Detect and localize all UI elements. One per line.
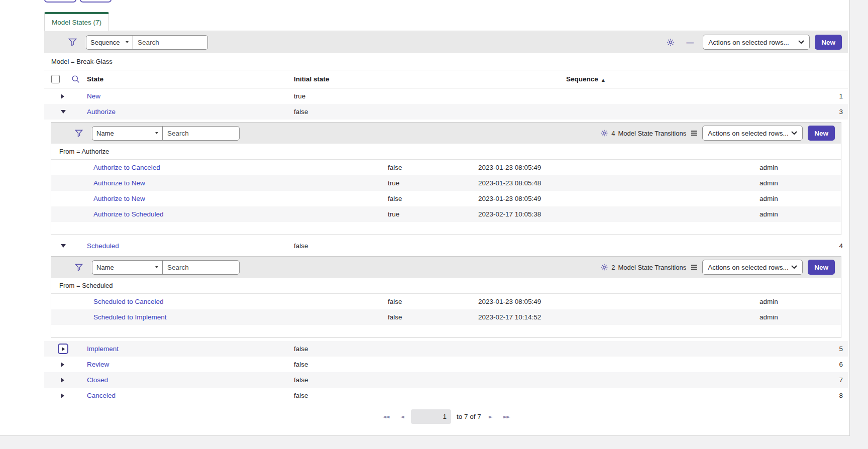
transition-link[interactable]: Scheduled to Implement	[93, 313, 388, 321]
transition-link[interactable]: Scheduled to Canceled	[93, 298, 388, 305]
actions-select-value: Actions on selected rows...	[708, 130, 789, 137]
table-row[interactable]: New true 1	[44, 88, 848, 104]
state-link[interactable]: Authorize	[87, 108, 294, 116]
state-link[interactable]: Implement	[87, 345, 294, 353]
actions-select[interactable]: Actions on selected rows...	[703, 35, 810, 50]
tab-model-states[interactable]: Model States (7)	[44, 12, 109, 31]
nested-toolbar: Name 4 Model State Transitions Actions o…	[51, 123, 841, 144]
table-row[interactable]: Canceled false 8	[44, 388, 848, 403]
updated-value: 2023-02-17 10:05:38	[478, 210, 759, 218]
list-view-icon[interactable]	[691, 131, 697, 136]
pagination-bar: ◄◄ ◄ to 7 of 7 ► ►►	[44, 403, 848, 429]
table-row[interactable]: Implement false 5	[44, 341, 848, 357]
expand-row-icon-focused[interactable]	[58, 344, 68, 354]
page-number-input[interactable]	[411, 409, 451, 424]
search-field-value: Name	[96, 264, 114, 271]
actions-select[interactable]: Actions on selected rows...	[702, 126, 803, 141]
expand-row-icon[interactable]	[61, 393, 64, 398]
table-row[interactable]: Scheduled to Canceled false 2023-01-23 0…	[51, 294, 841, 309]
state-link[interactable]: Scheduled	[87, 242, 294, 250]
breadcrumb[interactable]: Model = Break-Glass	[44, 53, 848, 70]
updated-value: 2023-01-23 08:05:49	[478, 164, 759, 171]
table-row[interactable]: Scheduled false 4	[44, 238, 848, 254]
transition-link[interactable]: Authorize to Canceled	[93, 164, 388, 171]
transition-link[interactable]: Authorize to Scheduled	[93, 210, 388, 218]
table-row[interactable]: Review false 6	[44, 357, 848, 372]
filter-icon[interactable]	[75, 130, 83, 137]
cropped-top-button-1[interactable]	[44, 0, 76, 3]
new-button[interactable]: New	[808, 260, 835, 275]
state-link[interactable]: New	[87, 92, 294, 100]
table-row[interactable]: Authorize to New false 2023-01-23 08:05:…	[51, 191, 841, 206]
initial-state-value: false	[294, 108, 566, 116]
filter-icon[interactable]	[75, 264, 83, 271]
actions-select-value: Actions on selected rows...	[708, 264, 789, 271]
pagination-range: to 7 of 7	[457, 413, 481, 420]
expand-row-icon[interactable]	[61, 94, 64, 99]
select-all-checkbox[interactable]	[51, 75, 60, 83]
sequence-value: 1	[566, 92, 848, 100]
column-header-sequence[interactable]: Sequence▲	[566, 75, 848, 83]
search-combo: Name	[92, 260, 240, 275]
first-page-icon[interactable]: ◄◄	[383, 414, 389, 419]
list-settings-icon[interactable]	[600, 263, 608, 271]
collapse-list-icon[interactable]: —	[686, 39, 694, 46]
active-value: false	[388, 298, 478, 305]
list-view-icon[interactable]	[691, 265, 697, 270]
previous-page-icon[interactable]: ◄	[400, 414, 403, 419]
table-row[interactable]: Authorize false 3	[44, 104, 848, 120]
breadcrumb[interactable]: From = Scheduled	[51, 278, 841, 294]
state-link[interactable]: Canceled	[87, 392, 294, 399]
breadcrumb[interactable]: From = Authorize	[51, 144, 841, 160]
chevron-down-icon	[126, 41, 129, 43]
new-button[interactable]: New	[808, 126, 835, 141]
expand-row-icon[interactable]	[61, 378, 64, 383]
list-settings-icon[interactable]	[600, 129, 608, 137]
list-menu-icon[interactable]	[58, 264, 66, 270]
nested-toolbar: Name 2 Model State Transitions Actions o…	[51, 257, 841, 278]
search-field-select[interactable]: Name	[92, 127, 163, 140]
search-input[interactable]	[163, 127, 239, 140]
column-header-state[interactable]: State	[87, 75, 294, 83]
chevron-down-icon	[155, 266, 158, 268]
updated-value: 2023-01-23 08:05:48	[478, 179, 759, 187]
sequence-value: 6	[566, 361, 848, 368]
updated-by-value: admin	[759, 298, 841, 305]
expand-row-icon[interactable]	[61, 362, 64, 367]
table-row[interactable]: Closed false 7	[44, 372, 848, 388]
column-header-initial-state[interactable]: Initial state	[294, 75, 566, 83]
nested-list-authorize: Name 4 Model State Transitions Actions o…	[51, 122, 841, 235]
search-input[interactable]	[133, 36, 207, 49]
table-row[interactable]: Authorize to New true 2023-01-23 08:05:4…	[51, 175, 841, 191]
transition-link[interactable]: Authorize to New	[93, 195, 388, 202]
state-link[interactable]: Closed	[87, 376, 294, 384]
active-value: true	[388, 179, 478, 187]
count-label: Model State Transitions	[618, 264, 686, 271]
next-page-icon[interactable]: ►	[489, 414, 492, 419]
search-input[interactable]	[163, 261, 239, 274]
table-row[interactable]: Authorize to Canceled false 2023-01-23 0…	[51, 160, 841, 175]
column-search-icon[interactable]	[71, 75, 80, 83]
breadcrumb-text: From = Scheduled	[59, 282, 113, 289]
collapse-row-icon[interactable]	[61, 244, 66, 248]
new-button[interactable]: New	[815, 35, 842, 50]
search-field-value: Sequence	[90, 39, 120, 46]
last-page-icon[interactable]: ►►	[503, 414, 509, 419]
collapse-row-icon[interactable]	[61, 110, 66, 114]
filter-icon[interactable]	[68, 38, 77, 46]
search-combo: Name	[92, 126, 240, 141]
search-field-select[interactable]: Sequence	[86, 36, 133, 49]
transition-link[interactable]: Authorize to New	[93, 179, 388, 187]
chevron-down-icon	[791, 131, 797, 135]
table-row[interactable]: Authorize to Scheduled true 2023-02-17 1…	[51, 206, 841, 222]
list-settings-icon[interactable]	[666, 38, 675, 47]
sequence-value: 8	[566, 392, 848, 399]
search-field-select[interactable]: Name	[92, 261, 163, 274]
state-link[interactable]: Review	[87, 361, 294, 368]
table-row[interactable]: Scheduled to Implement false 2023-02-17 …	[51, 309, 841, 325]
record-count: 2 Model State Transitions	[600, 263, 699, 271]
list-menu-icon[interactable]	[58, 130, 66, 136]
actions-select[interactable]: Actions on selected rows...	[702, 260, 803, 275]
list-menu-icon[interactable]	[51, 39, 59, 45]
cropped-top-button-2[interactable]	[80, 0, 112, 3]
